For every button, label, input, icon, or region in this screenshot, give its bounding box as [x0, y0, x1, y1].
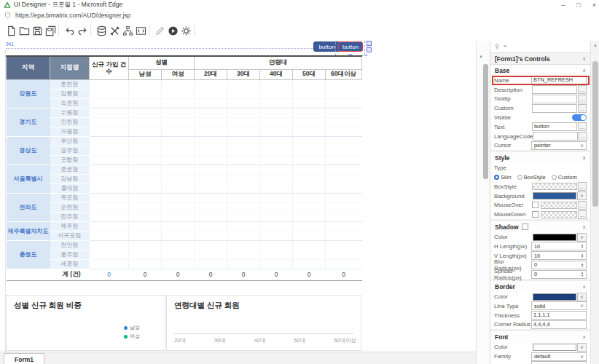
v-length-px--input[interactable]: 10▲▼ — [531, 251, 587, 260]
radio-icon[interactable] — [494, 175, 499, 180]
panel-scrollbar-thumb[interactable] — [592, 61, 598, 207]
canvas-button-plain[interactable]: button — [313, 41, 340, 52]
ellipsis-button[interactable]: … — [579, 132, 587, 141]
number-spinner[interactable]: ▲▼ — [581, 253, 584, 258]
run-icon[interactable] — [166, 24, 179, 37]
chevron-up-icon[interactable]: ∧ — [582, 224, 586, 230]
ellipsis-button[interactable]: … — [578, 201, 587, 210]
section-header-border[interactable]: Border∧ — [490, 279, 590, 292]
mouseover-swatch[interactable] — [541, 202, 577, 209]
database-icon[interactable] — [95, 24, 108, 37]
site-info-icon[interactable] — [4, 12, 11, 19]
mouseover-checkbox[interactable] — [532, 202, 539, 208]
number-spinner[interactable]: ▲▼ — [581, 272, 584, 277]
size-input[interactable]: 12▲▼ — [531, 361, 587, 364]
section-checkbox[interactable] — [522, 223, 528, 230]
corner-radius-input[interactable]: 4,4,4,4 — [531, 320, 587, 329]
dropdown-button[interactable]: ∨ — [577, 191, 587, 200]
languagecode-input[interactable] — [533, 132, 578, 141]
panel-scrollbar[interactable]: ▲ — [590, 41, 599, 364]
ellipsis-button[interactable]: … — [578, 85, 587, 94]
new-file-icon[interactable] — [4, 24, 17, 37]
browser-urlbar[interactable]: https://epa.bimatrix.com/AUD/designer.js… — [0, 10, 599, 21]
ellipsis-button[interactable]: … — [578, 122, 587, 131]
col-header-male: 남성 — [129, 69, 162, 79]
canvas-button-selected[interactable]: button — [338, 41, 363, 52]
maximize-button[interactable]: □ — [576, 0, 580, 10]
edit-pencil-icon[interactable] — [153, 24, 166, 37]
undo-icon[interactable] — [63, 24, 76, 37]
tooltip-input[interactable] — [532, 95, 577, 103]
section-header-shadow[interactable]: Shadow∧ — [490, 219, 590, 232]
text-input[interactable]: button — [532, 122, 577, 131]
color-color-swatch[interactable] — [533, 234, 576, 241]
settings-gear-icon[interactable] — [179, 24, 192, 37]
save-all-icon[interactable] — [44, 24, 57, 37]
mousedown-swatch[interactable] — [541, 211, 577, 218]
visible-toggle[interactable] — [572, 114, 587, 121]
dropdown-button[interactable]: ∨ — [577, 343, 587, 352]
selection-handles[interactable] — [367, 41, 372, 52]
scroll-up-icon[interactable]: ▲ — [479, 54, 483, 58]
ellipsis-button[interactable]: … — [578, 104, 587, 113]
color-color-swatch[interactable] — [533, 293, 576, 301]
ellipsis-button[interactable]: … — [578, 95, 587, 103]
url-text[interactable]: https://epa.bimatrix.com/AUD/designer.js… — [15, 12, 130, 19]
canvas-scrollbar-thumb[interactable] — [483, 64, 488, 179]
ellipsis-button[interactable]: … — [578, 210, 587, 219]
open-folder-icon[interactable] — [17, 24, 31, 37]
radio-icon[interactable] — [517, 175, 522, 180]
dropdown-button[interactable]: ∨ — [577, 233, 587, 242]
chevron-up-icon[interactable]: ∧ — [582, 68, 586, 74]
redo-icon[interactable] — [76, 24, 89, 37]
bar-chart-panel[interactable]: 연령대별 신규 회원 20대30대40대50대60대이상 — [166, 295, 361, 351]
canvas-scrollbar[interactable]: ▲ — [476, 41, 490, 364]
cursor-select[interactable]: pointer∨ — [531, 141, 587, 150]
chevron-up-icon[interactable]: ∧ — [582, 334, 586, 340]
description-input[interactable] — [532, 85, 577, 94]
build-tools-icon[interactable] — [108, 24, 121, 37]
name-input[interactable]: BTN_REFRESH — [531, 76, 587, 84]
close-button[interactable]: × — [592, 0, 596, 10]
section-header-style[interactable]: Style∧ — [490, 150, 590, 163]
radio-option-custom[interactable]: Custom — [552, 174, 577, 181]
color-color-swatch[interactable] — [533, 344, 576, 351]
radio-option-skin[interactable]: Skin — [494, 174, 512, 181]
line-type-select[interactable]: solid∨ — [531, 301, 587, 310]
radio-icon[interactable] — [552, 175, 557, 180]
chevron-down-icon[interactable]: ∨ — [582, 56, 586, 62]
mousedown-checkbox[interactable] — [532, 211, 539, 218]
ellipsis-button[interactable]: … — [578, 182, 587, 191]
radio-option-boxstyle[interactable]: BoxStyle — [517, 174, 546, 181]
minimize-button[interactable]: – — [561, 0, 565, 10]
dropdown-button[interactable]: ∨ — [577, 293, 587, 301]
family-select[interactable]: default∨ — [531, 352, 587, 361]
collapse-panel-icon[interactable]: » — [504, 43, 506, 50]
chevron-up-icon[interactable]: ∧ — [582, 284, 586, 290]
thickness-input[interactable]: 1,1,1,1 — [531, 311, 587, 320]
custom-input[interactable] — [532, 104, 577, 113]
controls-dock-header[interactable]: [Form1]'s Controls ∨ — [490, 52, 590, 65]
tab-form1[interactable]: Form1 — [4, 353, 44, 364]
pie-chart-panel[interactable]: 성별 신규 회원 비중 남성여성 — [6, 295, 165, 351]
sitemap-icon[interactable] — [121, 24, 134, 37]
save-icon[interactable] — [31, 24, 44, 37]
boxstyle-swatch[interactable] — [532, 183, 577, 190]
section-header-base[interactable]: Base∧ — [490, 65, 590, 76]
h-length-px--input[interactable]: 10▲▼ — [531, 242, 587, 250]
data-cell — [90, 259, 129, 269]
number-spinner[interactable]: ▲▼ — [581, 244, 584, 249]
scroll-up-icon[interactable]: ▲ — [593, 43, 598, 47]
design-canvas[interactable]: 941 button button 10 35 지역 지점명 — [0, 41, 476, 364]
spread-radius-px--input[interactable]: 0▲▼ — [531, 270, 587, 279]
total-value: 0 — [227, 269, 260, 280]
total-value: 0 — [293, 269, 326, 280]
data-grid[interactable]: 지역 지점명 신규 가입 건수 성별 연령대 남성 여성 20대 30대 40대… — [6, 55, 362, 281]
background-color-swatch[interactable] — [533, 192, 576, 199]
blur-radius-px--input[interactable]: 0▲▼ — [531, 261, 587, 269]
section-header-font[interactable]: Font∧ — [490, 329, 590, 342]
number-spinner[interactable]: ▲▼ — [581, 263, 584, 268]
code-view-icon[interactable] — [134, 24, 147, 37]
pin-icon[interactable] — [494, 44, 500, 50]
chevron-up-icon[interactable]: ∧ — [582, 155, 586, 161]
